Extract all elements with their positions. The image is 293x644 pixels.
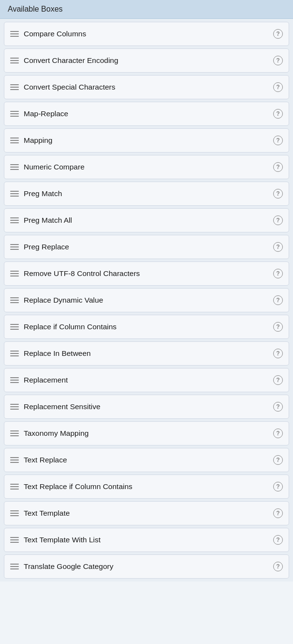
list-item-translate-google-category[interactable]: Translate Google Category?: [4, 554, 289, 579]
list-item-text-template-with-list[interactable]: Text Template With List?: [4, 528, 289, 552]
item-label: Replace In Between: [24, 349, 268, 358]
help-icon[interactable]: ?: [273, 162, 283, 172]
help-icon[interactable]: ?: [273, 402, 283, 412]
drag-handle-icon: [10, 191, 19, 197]
drag-handle-icon: [10, 457, 19, 463]
drag-handle-icon: [10, 377, 19, 383]
help-icon[interactable]: ?: [273, 429, 283, 438]
drag-handle-icon: [10, 351, 19, 356]
available-boxes-header: Available Boxes: [0, 0, 293, 19]
help-icon[interactable]: ?: [273, 56, 283, 65]
list-item-text-replace[interactable]: Text Replace?: [4, 448, 289, 472]
help-icon[interactable]: ?: [273, 189, 283, 199]
drag-handle-icon: [10, 138, 19, 143]
list-item-convert-character-encoding[interactable]: Convert Character Encoding?: [4, 48, 289, 73]
drag-handle-icon: [10, 111, 19, 117]
help-icon[interactable]: ?: [273, 295, 283, 305]
drag-handle-icon: [10, 217, 19, 223]
item-label: Compare Columns: [24, 30, 268, 38]
drag-handle-icon: [10, 244, 19, 250]
item-label: Preg Match All: [24, 216, 268, 225]
list-item-taxonomy-mapping[interactable]: Taxonomy Mapping?: [4, 421, 289, 445]
item-label: Replacement Sensitive: [24, 402, 268, 411]
drag-handle-icon: [10, 537, 19, 543]
item-label: Text Template: [24, 509, 268, 518]
list-item-replacement[interactable]: Replacement?: [4, 368, 289, 392]
help-icon[interactable]: ?: [273, 455, 283, 465]
drag-handle-icon: [10, 84, 19, 90]
list-item-compare-columns[interactable]: Compare Columns?: [4, 22, 289, 46]
drag-handle-icon: [10, 484, 19, 490]
help-icon[interactable]: ?: [273, 535, 283, 545]
list-item-text-replace-if-column-contains[interactable]: Text Replace if Column Contains?: [4, 475, 289, 499]
drag-handle-icon: [10, 430, 19, 436]
list-item-replace-in-between[interactable]: Replace In Between?: [4, 341, 289, 366]
drag-handle-icon: [10, 404, 19, 410]
item-label: Numeric Compare: [24, 163, 268, 171]
help-icon[interactable]: ?: [273, 136, 283, 145]
list-item-replace-if-column-contains[interactable]: Replace if Column Contains?: [4, 315, 289, 339]
item-label: Text Replace if Column Contains: [24, 482, 268, 491]
list-item-convert-special-characters[interactable]: Convert Special Characters?: [4, 75, 289, 99]
help-icon[interactable]: ?: [273, 269, 283, 278]
help-icon[interactable]: ?: [273, 82, 283, 92]
list-item-remove-utf8-control-characters[interactable]: Remove UTF-8 Control Characters?: [4, 261, 289, 286]
help-icon[interactable]: ?: [273, 109, 283, 119]
help-icon[interactable]: ?: [273, 349, 283, 358]
drag-handle-icon: [10, 564, 19, 569]
item-label: Replacement: [24, 376, 268, 384]
item-label: Map-Replace: [24, 109, 268, 118]
drag-handle-icon: [10, 297, 19, 303]
item-label: Convert Character Encoding: [24, 56, 268, 65]
help-icon[interactable]: ?: [273, 562, 283, 571]
list-item-preg-replace[interactable]: Preg Replace?: [4, 235, 289, 259]
list-item-mapping[interactable]: Mapping?: [4, 128, 289, 153]
drag-handle-icon: [10, 164, 19, 170]
help-icon[interactable]: ?: [273, 375, 283, 385]
list-item-preg-match-all[interactable]: Preg Match All?: [4, 208, 289, 232]
list-item-text-template[interactable]: Text Template?: [4, 501, 289, 525]
item-label: Replace Dynamic Value: [24, 296, 268, 305]
list-item-replace-dynamic-value[interactable]: Replace Dynamic Value?: [4, 288, 289, 312]
list-item-preg-match[interactable]: Preg Match?: [4, 182, 289, 206]
item-label: Remove UTF-8 Control Characters: [24, 269, 268, 278]
help-icon[interactable]: ?: [273, 215, 283, 225]
drag-handle-icon: [10, 510, 19, 516]
list-item-replacement-sensitive[interactable]: Replacement Sensitive?: [4, 395, 289, 419]
list-item-map-replace[interactable]: Map-Replace?: [4, 102, 289, 126]
list-item-numeric-compare[interactable]: Numeric Compare?: [4, 155, 289, 179]
item-label: Preg Match: [24, 189, 268, 198]
help-icon[interactable]: ?: [273, 508, 283, 518]
item-label: Taxonomy Mapping: [24, 429, 268, 438]
item-label: Convert Special Characters: [24, 83, 268, 92]
help-icon[interactable]: ?: [273, 482, 283, 491]
drag-handle-icon: [10, 324, 19, 330]
help-icon[interactable]: ?: [273, 242, 283, 252]
drag-handle-icon: [10, 271, 19, 276]
available-boxes-panel: Available Boxes Compare Columns?Convert …: [0, 0, 293, 582]
help-icon[interactable]: ?: [273, 29, 283, 39]
item-label: Translate Google Category: [24, 562, 268, 571]
item-label: Replace if Column Contains: [24, 322, 268, 331]
drag-handle-icon: [10, 31, 19, 37]
drag-handle-icon: [10, 58, 19, 63]
item-label: Mapping: [24, 136, 268, 145]
item-label: Preg Replace: [24, 243, 268, 251]
items-list: Compare Columns?Convert Character Encodi…: [0, 19, 293, 582]
help-icon[interactable]: ?: [273, 322, 283, 332]
item-label: Text Replace: [24, 456, 268, 464]
item-label: Text Template With List: [24, 536, 268, 544]
